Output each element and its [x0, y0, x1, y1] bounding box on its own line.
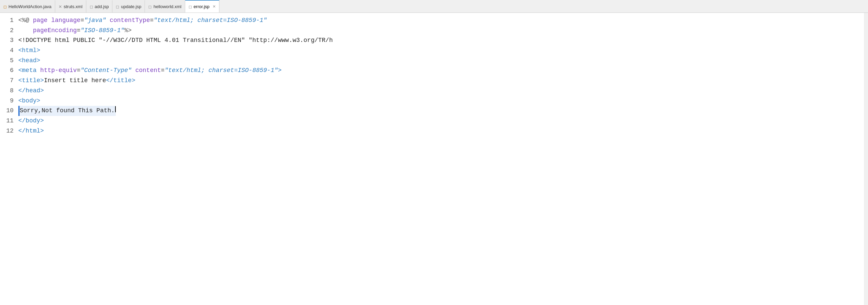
line-numbers: 1 2 3 4 5 6 7 8 9 10 11 12 [0, 13, 17, 305]
line-num-9: 9 [0, 96, 14, 106]
line-num-6: 6 [0, 66, 14, 76]
code-line-9: <body> [18, 96, 864, 106]
code-line-10-wrapper: Sorry,Not found This Path. [18, 106, 864, 116]
line-num-8: 8 [0, 86, 14, 96]
code-line-5: <head> [18, 56, 864, 66]
code-line-1-directive: <%@ [18, 16, 29, 26]
editor-container: ◻ HelloWorldAction.java ✕ struts.xml ◻ a… [0, 0, 868, 305]
code-line-6: <meta http-equiv="Content-Type" content=… [18, 66, 864, 76]
tab-struts[interactable]: ✕ struts.xml [55, 0, 86, 13]
line-num-11: 11 [0, 116, 14, 126]
code-line-12: </html> [18, 126, 864, 136]
tab-add[interactable]: ◻ add.jsp [86, 0, 113, 13]
line-num-2: 2 [0, 26, 14, 36]
vertical-scrollbar[interactable] [864, 13, 868, 305]
tab-helloworld-label: helloworld.xml [153, 4, 181, 9]
line-num-7: 7 [0, 76, 14, 86]
code-line-2: pageEncoding="ISO-8859-1"%> [18, 26, 864, 36]
line-num-3: 3 [0, 36, 14, 46]
line-num-5: 5 [0, 56, 14, 66]
code-line-10: Sorry,Not found This Path. [20, 106, 116, 116]
tab-error-label: error.jsp [194, 4, 210, 9]
line-num-4: 4 [0, 46, 14, 56]
text-cursor [115, 106, 116, 112]
jsp-icon-error: ◻ [189, 4, 192, 9]
line-num-12: 12 [0, 126, 14, 136]
xml-icon-helloworld: ◻ [148, 4, 152, 9]
code-line-3: <!DOCTYPE html PUBLIC "-//W3C//DTD HTML … [18, 36, 864, 46]
tab-error-close-icon[interactable]: ✕ [213, 4, 216, 9]
tab-update-label: update.jsp [121, 4, 141, 9]
jsp-icon-update: ◻ [116, 4, 119, 9]
jsp-icon-add: ◻ [90, 4, 93, 9]
code-line-1: <%@ page language="java" contentType="te… [18, 16, 864, 26]
java-icon: ◻ [3, 4, 7, 9]
tab-error[interactable]: ◻ error.jsp ✕ [185, 0, 219, 13]
tab-add-label: add.jsp [95, 4, 109, 9]
code-line-8: </head> [18, 86, 864, 96]
tab-helloworld[interactable]: ◻ helloworld.xml [145, 0, 185, 13]
line-num-10: 10 [0, 106, 14, 116]
tab-struts-label: struts.xml [64, 4, 83, 9]
line-num-1: 1 [0, 16, 14, 26]
tab-helloworldaction-label: HelloWorldAction.java [8, 4, 51, 9]
code-line-4: <html> [18, 46, 864, 56]
code-line-11: </body> [18, 116, 864, 126]
tab-bar: ◻ HelloWorldAction.java ✕ struts.xml ◻ a… [0, 0, 868, 13]
tab-update[interactable]: ◻ update.jsp [112, 0, 145, 13]
code-area: 1 2 3 4 5 6 7 8 9 10 11 12 <%@ page lang… [0, 13, 868, 305]
xml-icon-struts: ✕ [59, 4, 62, 9]
code-content[interactable]: <%@ page language="java" contentType="te… [17, 13, 864, 305]
code-line-7: <title>Insert title here</title> [18, 76, 864, 86]
tab-helloworldaction[interactable]: ◻ HelloWorldAction.java [0, 0, 55, 13]
